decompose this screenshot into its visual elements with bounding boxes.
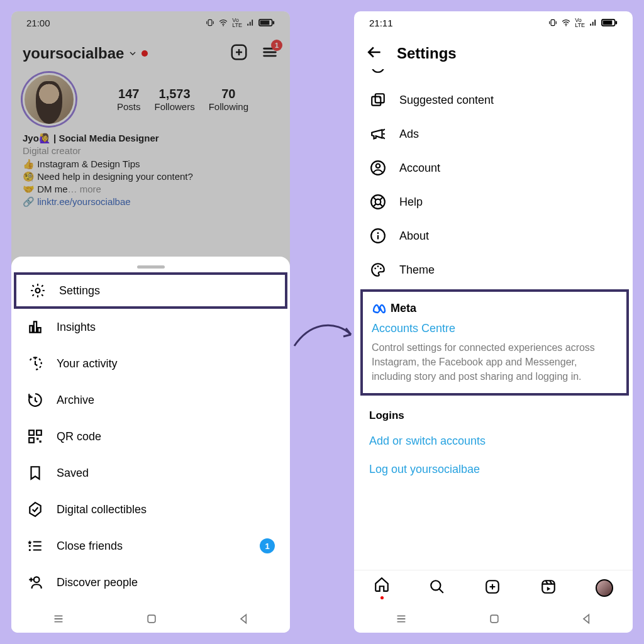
plus-square-icon [484,579,501,595]
menu-button[interactable]: 1 [261,43,279,64]
menu-discover[interactable]: Discover people [11,564,290,601]
android-nav [354,605,633,633]
sheet-grabber[interactable] [137,265,165,269]
logins-header: Logins [357,398,633,427]
menu-collectibles[interactable]: Digital collectibles [11,491,290,528]
settings-label: About [399,230,429,243]
create-button[interactable] [230,43,248,64]
accounts-centre-link[interactable]: Accounts Centre [372,322,618,335]
settings-label: Theme [399,264,435,277]
profile-bio: Jyo🙋‍♀️ | Social Media Designer Digital … [23,132,279,209]
settings-suggested[interactable]: Suggested content [357,83,633,117]
svg-rect-9 [29,438,34,443]
back-icon[interactable] [580,613,593,625]
vibrate-icon [548,18,557,27]
vibrate-icon [206,18,214,27]
phone-right-settings: 21:11 VoLTE Settings Security Suggested … [354,11,633,633]
reels-icon [540,579,557,595]
plus-square-icon [230,43,248,62]
menu-settings[interactable]: Settings [14,272,287,309]
settings-security[interactable]: Security [357,69,633,83]
svg-point-21 [372,69,384,72]
svg-point-12 [29,545,31,547]
menu-archive[interactable]: Archive [11,382,290,418]
settings-label: Help [399,196,423,209]
add-switch-accounts[interactable]: Add or switch accounts [357,427,633,455]
more-link[interactable]: … more [68,184,101,194]
meta-accounts-centre[interactable]: Meta Accounts Centre Control settings fo… [360,289,629,396]
status-icons: VoLTE [548,18,618,28]
menu-label: Digital collectibles [57,503,147,516]
settings-header: Settings [354,34,633,69]
status-icons: VoLTE [206,18,275,28]
back-button[interactable] [367,44,383,63]
megaphone-icon [369,126,387,142]
logout-link[interactable]: Log out yoursocialbae [357,455,633,484]
chart-icon [26,319,44,335]
page-title: Settings [397,45,457,62]
svg-rect-8 [36,430,42,435]
activity-icon [26,355,44,372]
home-icon [374,576,390,592]
search-icon [429,579,445,595]
settings-theme[interactable]: Theme [357,253,633,287]
menu-label: Your activity [57,357,117,370]
settings-about[interactable]: About [357,219,633,253]
tab-create[interactable] [484,579,501,597]
stat-followers[interactable]: 1,573 Followers [154,87,194,112]
menu-label: Insights [57,321,96,334]
tab-profile[interactable] [596,579,613,597]
chevron-down-icon [128,48,138,58]
svg-point-30 [374,267,376,269]
arrow-icon [289,308,358,358]
info-icon [369,228,387,244]
menu-close-friends[interactable]: Close friends 1 [11,528,290,564]
status-time: 21:00 [26,18,50,28]
svg-rect-3 [260,21,270,25]
hexagon-check-icon [26,501,44,518]
svg-point-32 [380,267,382,269]
menu-label: Discover people [57,576,138,589]
username-dropdown[interactable]: yoursocialbae [23,45,148,62]
tab-reels[interactable] [540,579,557,597]
settings-account[interactable]: Account [357,151,633,185]
menu-label: Settings [59,284,100,297]
svg-rect-36 [491,615,498,623]
bio-link[interactable]: 🔗 linktr.ee/yoursocialbae [23,196,279,208]
username-text: yoursocialbae [23,45,124,62]
back-icon[interactable] [238,613,250,625]
home-icon[interactable] [145,613,158,625]
menu-insights[interactable]: Insights [11,309,290,345]
svg-point-1 [223,25,224,26]
accounts-centre-desc: Control settings for connected experienc… [372,340,618,384]
menu-saved[interactable]: Saved [11,455,290,491]
svg-point-17 [565,25,567,26]
svg-rect-15 [148,615,155,623]
menu-activity[interactable]: Your activity [11,345,290,382]
status-bar: 21:00 VoLTE [11,11,290,34]
profile-avatar[interactable] [23,73,75,126]
battery-icon [601,18,618,27]
tab-search[interactable] [429,579,445,597]
archive-icon [26,392,44,408]
close-friends-badge: 1 [260,538,275,553]
signal-icon [589,18,597,27]
status-time: 21:11 [369,18,393,28]
settings-ads[interactable]: Ads [357,117,633,151]
palette-icon [369,262,387,278]
unread-dot [142,50,148,57]
recents-icon[interactable] [394,612,408,626]
stat-following[interactable]: 70 Following [209,87,248,112]
menu-badge: 1 [271,40,282,51]
svg-rect-20 [616,21,618,24]
recents-icon[interactable] [52,612,65,626]
stat-posts[interactable]: 147 Posts [117,87,141,112]
home-icon[interactable] [488,613,501,625]
shield-icon [369,69,387,74]
wifi-icon [218,18,228,27]
settings-help[interactable]: Help [357,185,633,219]
svg-rect-10 [36,438,38,440]
menu-qr[interactable]: QR code [11,418,290,455]
tab-home[interactable] [374,576,390,599]
svg-rect-16 [551,19,555,25]
